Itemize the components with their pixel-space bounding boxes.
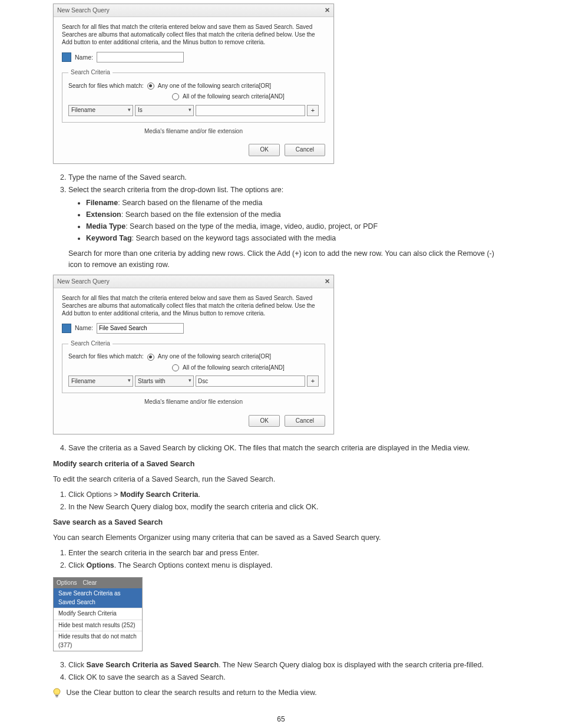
bullet-extension: Extension: Search based on the file exte… <box>86 209 509 220</box>
dialog-body: Search for all files that match the crit… <box>54 17 333 163</box>
bullet-mediatype-label: Media Type <box>86 222 125 230</box>
radio-or[interactable] <box>147 83 154 90</box>
radio-and[interactable] <box>172 364 179 371</box>
save-step-3c: . The New Search Query dialog box is dis… <box>219 661 484 669</box>
criteria-operator-select[interactable]: Is <box>135 105 194 116</box>
modify-intro: To edit the search criteria of a Saved S… <box>53 474 509 485</box>
save-steps: Enter the search criteria in the search … <box>68 548 509 571</box>
save-step-2c: . The Search Options context menu is dis… <box>114 561 273 569</box>
modify-step-2: In the New Search Query dialog box, modi… <box>68 502 509 512</box>
menu-item-modify-search[interactable]: Modify Search Criteria <box>54 608 142 620</box>
save-step-3a: Click <box>68 661 84 669</box>
dialog-titlebar: New Search Query ✕ <box>54 4 333 17</box>
dialog-buttons: OK Cancel <box>62 144 325 156</box>
close-icon[interactable]: ✕ <box>325 277 330 286</box>
criteria-hint: Media's filename and/or file extension <box>62 127 325 136</box>
options-header-label[interactable]: Options <box>57 579 77 588</box>
step-4: Save the criteria as a Saved Search by c… <box>68 443 509 453</box>
name-row: Name: <box>62 323 325 334</box>
fieldset-legend: Search Criteria <box>68 340 113 348</box>
bullet-filename-label: Filename <box>86 199 118 207</box>
name-label: Name: <box>75 324 93 332</box>
option-and-label: All of the following search criteria[AND… <box>183 364 285 373</box>
tip-text: Use the Clear button to clear the search… <box>66 689 316 697</box>
page-number: 65 <box>277 714 285 724</box>
name-row: Name: <box>62 52 325 62</box>
dialog-body: Search for all files that match the crit… <box>54 288 333 434</box>
bullet-extension-label: Extension <box>86 210 121 219</box>
heading-modify: Modify search criteria of a Saved Search <box>53 459 509 469</box>
svg-rect-0 <box>55 695 58 696</box>
new-search-query-dialog-1: New Search Query ✕ Search for all files … <box>53 4 334 164</box>
svg-rect-1 <box>56 697 58 697</box>
criteria-hint: Media's filename and/or file extension <box>62 398 325 407</box>
bullet-filename: Filename: Search based on the filename o… <box>86 197 509 208</box>
menu-item-hide-best[interactable]: Hide best match results (252) <box>54 620 142 632</box>
save-steps-cont: Click Save Search Criteria as Saved Sear… <box>68 660 509 683</box>
save-step-1: Enter the search criteria in the search … <box>68 548 509 558</box>
close-icon[interactable]: ✕ <box>325 6 330 15</box>
menu-item-save-search[interactable]: Save Search Criteria as Saved Search <box>54 588 142 608</box>
name-input[interactable] <box>97 323 184 334</box>
new-search-query-dialog-2: New Search Query ✕ Search for all files … <box>53 275 334 435</box>
steps-list: Type the name of the Saved search. Selec… <box>68 172 509 270</box>
add-criteria-button[interactable]: + <box>307 375 319 387</box>
bullet-mediatype: Media Type: Search based on the type of … <box>86 221 509 232</box>
match-and-row: All of the following search criteria[AND… <box>68 93 319 101</box>
cancel-button[interactable]: Cancel <box>285 144 325 156</box>
ok-button[interactable]: OK <box>249 144 279 156</box>
step-2: Type the name of the Saved search. <box>68 172 509 183</box>
add-criteria-button[interactable]: + <box>307 105 319 116</box>
bullet-filename-desc: : Search based on the filename of the me… <box>118 199 262 207</box>
save-step-3: Click Save Search Criteria as Saved Sear… <box>68 660 509 670</box>
modify-step-1b: Modify Search Criteria <box>118 490 198 499</box>
radio-and[interactable] <box>172 93 179 100</box>
dialog-title: New Search Query <box>57 6 110 15</box>
name-input[interactable] <box>97 52 184 62</box>
cancel-button[interactable]: Cancel <box>285 415 325 427</box>
criteria-field-select[interactable]: Filename <box>68 105 133 116</box>
saved-search-icon <box>62 324 71 333</box>
fieldset-legend: Search Criteria <box>68 68 113 77</box>
search-criteria-fieldset: Search Criteria Search for files which m… <box>62 340 325 394</box>
match-label-row: Search for files which match: Any one of… <box>68 82 319 91</box>
criteria-operator-select[interactable]: Starts with <box>135 375 194 387</box>
save-step-4: Click OK to save the search as a Saved S… <box>68 672 509 683</box>
clear-header-label[interactable]: Clear <box>82 579 97 588</box>
search-criteria-fieldset: Search Criteria Search for files which m… <box>62 68 325 123</box>
step-3-after: Search for more than one criteria by add… <box>68 248 509 269</box>
tip-row: Use the Clear button to clear the search… <box>53 687 509 699</box>
criteria-value-input[interactable]: Dsc <box>196 375 305 387</box>
criteria-value-input[interactable] <box>196 105 305 116</box>
save-intro: You can search Elements Organizer using … <box>53 532 509 543</box>
radio-or[interactable] <box>147 354 154 361</box>
dialog-description: Search for all files that match the crit… <box>62 294 325 317</box>
steps-list-cont: Save the criteria as a Saved Search by c… <box>68 443 509 453</box>
saved-search-icon <box>62 52 71 62</box>
lightbulb-icon <box>53 688 61 699</box>
name-label: Name: <box>75 53 93 62</box>
modify-step-1c: . <box>199 490 200 499</box>
modify-steps: Click Options > Modify Search Criteria. … <box>68 489 509 512</box>
options-menu-header: Options Clear <box>54 578 142 589</box>
save-step-2: Click Options. The Search Options contex… <box>68 560 509 571</box>
match-label-row: Search for files which match: Any one of… <box>68 353 319 361</box>
option-or-label: Any one of the following search criteria… <box>158 353 271 361</box>
heading-save: Save search as a Saved Search <box>53 517 509 528</box>
criteria-row: Filename Starts with Dsc + <box>68 375 319 387</box>
bullet-mediatype-desc: : Search based on the type of the media,… <box>125 222 378 230</box>
modify-step-1a: Click Options > <box>68 490 118 499</box>
match-label: Search for files which match: <box>68 82 144 91</box>
save-step-3b: Save Search Criteria as Saved Search <box>84 661 219 669</box>
criteria-field-select[interactable]: Filename <box>68 375 133 387</box>
step-3: Select the search criteria from the drop… <box>68 185 509 270</box>
save-step-2b: Options <box>84 561 114 569</box>
ok-button[interactable]: OK <box>249 415 279 427</box>
step-3-intro: Select the search criteria from the drop… <box>68 186 283 194</box>
bullet-extension-desc: : Search based on the file extension of … <box>121 210 281 219</box>
bullet-keyword-desc: : Search based on the keyword tags assoc… <box>132 234 336 242</box>
dialog-titlebar: New Search Query ✕ <box>54 275 333 288</box>
menu-item-hide-nomatch[interactable]: Hide results that do not match (377) <box>54 631 142 651</box>
modify-step-1: Click Options > Modify Search Criteria. <box>68 489 509 500</box>
dialog-buttons: OK Cancel <box>62 415 325 427</box>
